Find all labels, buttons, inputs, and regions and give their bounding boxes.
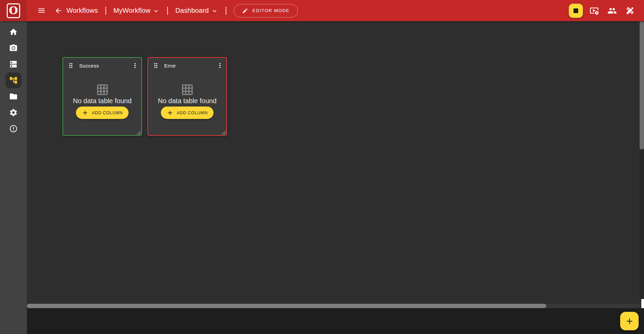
app-logo[interactable]: O <box>0 0 27 21</box>
sidebar-item-errors[interactable] <box>0 121 27 137</box>
sidebar <box>0 21 27 334</box>
add-column-button[interactable]: ADD COLUMN <box>161 107 213 119</box>
sidebar-item-workflows[interactable] <box>0 72 27 88</box>
folder-icon <box>9 92 18 101</box>
card-menu-button[interactable] <box>131 61 139 70</box>
plus-icon <box>167 109 174 116</box>
drag-handle-icon[interactable] <box>67 62 75 69</box>
pencil-icon <box>242 8 248 14</box>
card-menu-button[interactable] <box>216 61 224 70</box>
settings-gear-icon <box>9 108 18 117</box>
camera-icon <box>9 44 18 52</box>
workflow-tree-icon <box>9 76 18 85</box>
empty-state-text: No data table found <box>73 97 132 105</box>
users-button[interactable] <box>605 4 619 17</box>
add-column-button[interactable]: ADD COLUMN <box>76 107 128 119</box>
resize-handle[interactable] <box>137 130 141 135</box>
logo-o-icon: O <box>7 3 20 18</box>
kebab-menu-icon <box>131 62 139 69</box>
widget-card-error: Error No data table found ADD COLUMN <box>147 57 227 136</box>
hamburger-icon <box>37 6 46 15</box>
sidebar-item-camera[interactable] <box>0 40 27 56</box>
add-column-label: ADD COLUMN <box>92 111 123 115</box>
widget-card-success: Success No data table found ADD COLUMN <box>62 57 142 136</box>
chevron-down-icon <box>211 7 218 14</box>
workflow-selector[interactable]: MyWorkflow <box>113 7 160 14</box>
logo-letter: O <box>9 5 18 16</box>
stop-icon <box>573 8 578 13</box>
home-icon <box>9 28 18 36</box>
workflow-selector-value: MyWorkflow <box>113 7 151 14</box>
video-settings-button[interactable] <box>588 4 601 17</box>
sidebar-item-files[interactable] <box>0 88 27 105</box>
app-root: O Workflows MyWorkflow <box>0 0 644 334</box>
card-title: Error <box>164 63 176 69</box>
kebab-menu-icon <box>216 62 224 69</box>
topbar-divider <box>105 7 106 15</box>
view-selector[interactable]: Dashboard <box>175 7 218 14</box>
dns-list-icon <box>9 60 18 69</box>
empty-state-text: No data table found <box>158 97 217 105</box>
card-header: Success <box>63 58 141 69</box>
add-column-label: ADD COLUMN <box>177 111 208 115</box>
card-header: Error <box>148 58 226 69</box>
data-table-grid-icon <box>181 83 194 96</box>
users-icon <box>607 6 617 15</box>
editor-mode-button[interactable]: EDITOR MODE <box>234 4 298 17</box>
view-selector-value: Dashboard <box>175 7 209 14</box>
stop-button[interactable] <box>569 4 583 18</box>
resize-handle[interactable] <box>222 130 226 135</box>
video-settings-icon <box>590 6 599 15</box>
topbar-divider <box>167 7 168 15</box>
arrow-back-icon <box>54 7 62 15</box>
chevron-down-icon <box>152 7 160 14</box>
plus-icon <box>82 109 89 116</box>
vertical-scrollbar-track[interactable] <box>640 21 644 299</box>
topbar: O Workflows MyWorkflow <box>0 0 644 21</box>
sidebar-item-home[interactable] <box>0 24 27 40</box>
error-alert-icon <box>9 124 18 133</box>
sidebar-item-settings[interactable] <box>0 105 27 121</box>
topbar-divider <box>226 7 226 15</box>
card-title: Success <box>79 63 99 69</box>
horizontal-scrollbar-thumb[interactable] <box>27 304 546 308</box>
data-table-grid-icon <box>96 83 109 96</box>
bottom-panel <box>27 308 644 334</box>
editor-mode-label: EDITOR MODE <box>252 8 289 13</box>
vertical-scrollbar-thumb[interactable] <box>640 21 644 150</box>
design-tools-icon <box>626 6 635 15</box>
plus-icon <box>625 317 634 326</box>
topbar-actions <box>569 0 637 21</box>
menu-button[interactable] <box>35 4 48 17</box>
topbar-nav: Workflows MyWorkflow Dashboard <box>35 4 298 17</box>
drag-handle-icon[interactable] <box>152 62 159 69</box>
back-button[interactable] <box>52 5 64 17</box>
design-tools-button[interactable] <box>624 4 637 17</box>
scrollbar-corner <box>641 299 644 308</box>
horizontal-scrollbar-track[interactable] <box>27 304 640 308</box>
sidebar-item-datasets[interactable] <box>0 56 27 72</box>
breadcrumb-workflows[interactable]: Workflows <box>66 7 98 14</box>
add-widget-fab[interactable] <box>620 312 639 330</box>
